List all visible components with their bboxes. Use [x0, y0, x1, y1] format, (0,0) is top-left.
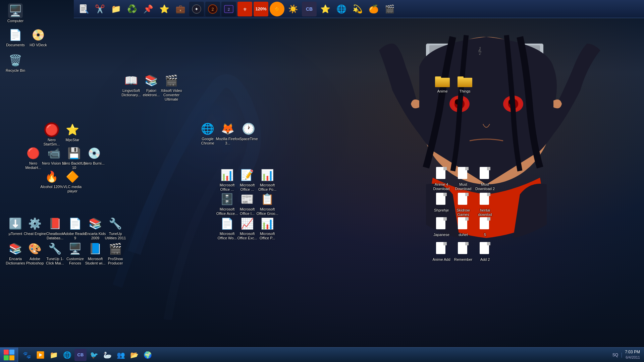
- cheat-engine-icon: ⚙️: [28, 216, 42, 231]
- computer-icon: 🖥️: [8, 3, 23, 18]
- desktop-icon-hentai-downlod[interactable]: hentai downlod: [473, 193, 497, 217]
- svg-rect-21: [443, 167, 447, 170]
- file-5-icon: [478, 217, 492, 232]
- desktop-icon-add-2[interactable]: Add 2: [473, 242, 497, 262]
- desktop-icon-ms-office-po[interactable]: 📊 Microsoft Office Po...: [255, 168, 279, 192]
- ql-cut[interactable]: ✂️: [93, 2, 107, 16]
- ql-star[interactable]: ⭐: [157, 2, 172, 16]
- start-button[interactable]: [0, 348, 18, 362]
- taskbar-people[interactable]: 👥: [115, 349, 127, 361]
- tuneup-icon: 🔧: [108, 216, 123, 231]
- must-download-label: Must Download: [451, 182, 475, 191]
- ql-sun[interactable]: ☀️: [286, 2, 301, 16]
- spacetime-icon: 🕐: [241, 121, 256, 136]
- desktop-icon-vlc[interactable]: 🔶 VLC media player: [60, 169, 85, 193]
- ql-game2[interactable]: 2: [221, 2, 236, 16]
- desktop-icon-things-folder[interactable]: Things: [453, 74, 477, 94]
- hd-vdeck-label: HD VDeck: [30, 43, 47, 47]
- desktop-icon-ms-office-groo[interactable]: 📋 Microsoft Office Groo...: [255, 192, 279, 216]
- desktop-icon-documents[interactable]: 📄 Documents: [3, 27, 28, 47]
- lingvosoft-icon: 📖: [124, 73, 139, 88]
- desktop-icon-duhet[interactable]: duhet: [451, 217, 475, 237]
- ql-recycle[interactable]: ♻️: [125, 2, 140, 16]
- ms-office-po-label: Microsoft Office Po...: [255, 183, 279, 192]
- nero-burning-label: Nero Burni...: [84, 161, 105, 166]
- taskbar-cb[interactable]: CB: [74, 349, 87, 361]
- desktop-icon-ms-office-p[interactable]: 📊 Microsoft Office P...: [255, 216, 279, 240]
- ql-game1[interactable]: 2: [205, 2, 220, 16]
- taskbar-folder[interactable]: 📁: [48, 349, 60, 361]
- desktop-icon-recycle-bin[interactable]: 🗑️ Recycle Bin: [3, 53, 28, 73]
- ql-bag[interactable]: 💼: [173, 2, 188, 16]
- computer-label: Computer: [7, 19, 23, 23]
- svg-rect-39: [443, 217, 447, 221]
- desktop-icon-computer[interactable]: 🖥️ Computer: [3, 3, 28, 23]
- desktop-icon-anime4-download[interactable]: Anime 4 Download: [429, 167, 453, 191]
- mpcstar-icon: ⭐: [65, 122, 80, 137]
- desktop-icon-skidrow-games[interactable]: Skidrow Games: [451, 193, 475, 217]
- ms-office1-icon: 📊: [220, 168, 234, 182]
- add-2-icon: [478, 242, 492, 257]
- ms-office-i-icon: 📰: [240, 192, 255, 206]
- desktop-icon-japanese[interactable]: Japanese: [429, 217, 453, 237]
- ms-office-exc-icon: 📈: [240, 216, 255, 231]
- remember-icon: [456, 242, 471, 257]
- desktop-icon-spacetime[interactable]: 🕐 SpaceTime: [236, 121, 261, 141]
- windows-logo: [4, 350, 14, 360]
- taskbar-winamp[interactable]: 🐾: [21, 349, 33, 361]
- utorrent-label: µTorrent: [9, 232, 22, 236]
- desktop-icon-xilisoft[interactable]: 🎬 Xilisoft Video Converter Ultimate: [159, 73, 183, 102]
- ql-ac-logo[interactable]: ⚜: [237, 2, 252, 16]
- desktop-icon-mpcstar[interactable]: ⭐ MpcStar: [60, 122, 85, 142]
- desktop-icon-nero-burning[interactable]: 💿 Nero Burni...: [82, 146, 106, 166]
- ql-star2[interactable]: ⭐: [318, 2, 333, 16]
- ql-alcohol[interactable]: 120%: [254, 2, 268, 16]
- alcohol-label: Alcohol 120%: [40, 185, 63, 189]
- desktop-icon-anime-folder[interactable]: Anime: [430, 74, 454, 94]
- must-download-2-icon: [478, 167, 492, 182]
- ql-cb[interactable]: CB: [302, 2, 317, 16]
- taskbar-folder2[interactable]: 📂: [128, 349, 140, 361]
- desktop-icon-must-download[interactable]: Must Download: [451, 167, 475, 191]
- desktop-icon-anime-add[interactable]: Anime Add: [429, 242, 453, 262]
- ql-folder[interactable]: 📁: [109, 2, 123, 16]
- duhet-icon: [456, 217, 471, 232]
- taskbar-bird[interactable]: 🐦: [88, 349, 100, 361]
- taskbar-swan[interactable]: 🦢: [101, 349, 113, 361]
- taskbar-browser[interactable]: 🌐: [61, 349, 73, 361]
- desktop-icon-shprehje[interactable]: Shprehje: [429, 193, 453, 213]
- encarta-dict-icon: 📚: [8, 241, 23, 256]
- ql-orange[interactable]: 🍊: [366, 2, 381, 16]
- recycle-bin-icon: 🗑️: [8, 53, 23, 68]
- ql-unpin[interactable]: 📌: [141, 2, 156, 16]
- ql-network[interactable]: 🌐: [334, 2, 349, 16]
- xilisoft-icon: 🎬: [164, 73, 179, 88]
- utorrent-icon: ⬇️: [8, 216, 23, 231]
- taskbar-chrome[interactable]: 🌍: [142, 349, 154, 361]
- cheatbook-icon: 📕: [48, 216, 62, 231]
- desktop-icon-hd-vdeck[interactable]: 📀 HD VDeck: [26, 27, 50, 47]
- duhet-label: duhet: [459, 233, 468, 237]
- svg-text:✦: ✦: [195, 7, 199, 12]
- svg-rect-33: [465, 193, 469, 196]
- desktop-icon-proshow[interactable]: 🎬 ProShow Producer: [103, 241, 127, 265]
- adobe-reader-icon: 📄: [68, 216, 83, 231]
- nero-burning-icon: 💿: [87, 146, 102, 161]
- desktop-icon-tuneup[interactable]: 🔧 TuneUp Utilities 2011: [103, 216, 127, 240]
- desktop-icon-file-5[interactable]: 5: [473, 217, 497, 237]
- anime-folder-icon: [435, 74, 450, 88]
- nero-vision-icon: 📹: [47, 146, 61, 161]
- ql-vlc[interactable]: 🔶: [270, 2, 284, 16]
- svg-rect-36: [487, 193, 490, 196]
- ql-assassins[interactable]: ✦: [189, 2, 204, 16]
- remember-label: Remember: [454, 257, 472, 262]
- nero-backitup-icon: 💾: [67, 146, 82, 161]
- taskbar-play[interactable]: ▶️: [34, 349, 46, 361]
- ql-new-doc[interactable]: [76, 2, 91, 16]
- desktop-icon-remember[interactable]: Remember: [451, 242, 475, 262]
- svg-text:2: 2: [228, 7, 230, 11]
- ql-star3[interactable]: 💫: [350, 2, 365, 16]
- proshow-icon: 🎬: [108, 241, 123, 256]
- desktop-icon-must-download-2[interactable]: Must Download 2: [473, 167, 497, 191]
- ql-film[interactable]: 🎬: [382, 2, 397, 16]
